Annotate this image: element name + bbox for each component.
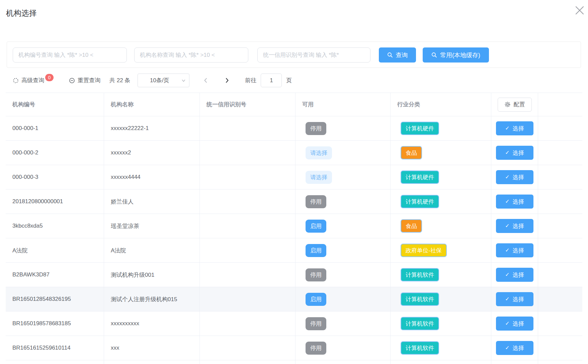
org-code-value: 000-000-2 [12, 149, 38, 156]
status-button[interactable]: 请选择 [306, 171, 332, 184]
select-button[interactable]: ✓ 选择 [496, 195, 533, 209]
action-cell: ✓ 选择 [491, 165, 538, 190]
select-button-label: 选择 [513, 344, 524, 352]
common-cache-button-label: 常用(本地缓存) [440, 51, 480, 59]
spacer-cell [538, 141, 582, 165]
industry-badge[interactable]: 计算机软件 [401, 317, 439, 330]
chevron-down-icon [181, 78, 186, 83]
org-code-value: 3kbcc8xda5 [12, 223, 43, 229]
org-code-cell: BR1651615259610114 [6, 336, 104, 360]
industry-badge[interactable]: 食品 [401, 219, 422, 233]
page-size-value: 10条/页 [150, 77, 169, 84]
action-cell: ✓ 选择 [491, 263, 538, 287]
check-icon: ✓ [505, 199, 509, 204]
industry-badge[interactable]: 政府单位-社保 [401, 244, 447, 257]
action-cell: ✓ 选择 [491, 214, 538, 238]
industry-badge[interactable]: 计算机软件 [401, 341, 439, 355]
status-button[interactable]: 停用 [306, 317, 326, 330]
org-name-cell: xxxxxx22222-1 [104, 116, 200, 141]
config-button[interactable]: 配置 [498, 98, 532, 112]
credit-id-cell [200, 141, 296, 165]
org-name-input[interactable] [134, 47, 248, 63]
status-button[interactable]: 停用 [306, 342, 326, 355]
status-button[interactable]: 停用 [306, 122, 326, 135]
org-name-value: 测试个人注册升级机构015 [111, 295, 177, 303]
industry-badge[interactable]: 食品 [401, 146, 422, 159]
select-button[interactable]: ✓ 选择 [496, 170, 533, 184]
table-body: 000-000-1 xxxxxx22222-1 停用 计算机硬件 ✓ 选择 00… [6, 116, 582, 360]
reset-query-link[interactable]: 重置查询 [69, 77, 100, 84]
spacer-cell [538, 214, 582, 238]
check-icon: ✓ [505, 321, 509, 326]
select-button[interactable]: ✓ 选择 [496, 341, 533, 355]
select-button[interactable]: ✓ 选择 [496, 243, 533, 257]
search-icon [387, 52, 393, 58]
status-button[interactable]: 启用 [306, 220, 326, 233]
industry-badge[interactable]: 计算机硬件 [401, 170, 439, 184]
status-cell: 停用 [296, 263, 391, 287]
check-icon: ✓ [505, 174, 509, 180]
select-button[interactable]: ✓ 选择 [496, 268, 533, 282]
org-code-value: A法院 [12, 247, 27, 254]
table-row: A法院 A法院 启用 政府单位-社保 ✓ 选择 [6, 238, 582, 263]
select-button-label: 选择 [513, 295, 524, 303]
select-button[interactable]: ✓ 选择 [496, 121, 533, 135]
industry-cell: 计算机软件 [391, 336, 491, 360]
org-name-value: A法院 [111, 247, 126, 254]
table-row: BR1650128548326195 测试个人注册升级机构015 启用 计算机软… [6, 287, 582, 312]
status-cell: 停用 [296, 336, 391, 360]
org-code-input[interactable] [13, 47, 127, 63]
org-name-cell: A法院 [104, 238, 200, 263]
table-row: BR1650198578683185 xxxxxxxxxx 停用 计算机软件 ✓… [6, 312, 582, 336]
status-button[interactable]: 停用 [306, 195, 326, 208]
goto-suffix: 页 [286, 77, 292, 84]
status-cell: 请选择 [296, 165, 391, 190]
advanced-query-link[interactable]: 高级查询 [13, 77, 44, 84]
status-button[interactable]: 请选择 [306, 146, 332, 159]
status-button[interactable]: 停用 [306, 268, 326, 281]
org-table: 机构编号 机构名称 统一信用识别号 可用 行业分类 配置 000-000-1 x… [6, 93, 582, 364]
spacer-cell [538, 116, 582, 141]
page-title: 机构选择 [6, 8, 37, 18]
header-available: 可用 [296, 93, 391, 116]
spacer-cell [538, 165, 582, 190]
status-button[interactable]: 启用 [306, 293, 326, 306]
page-size-select[interactable]: 10条/页 [138, 74, 189, 87]
check-icon: ✓ [505, 248, 509, 253]
industry-badge[interactable]: 计算机硬件 [401, 195, 439, 208]
org-name-cell: xxxxxx4444 [104, 165, 200, 190]
industry-badge[interactable]: 计算机软件 [401, 268, 439, 281]
common-cache-button[interactable]: 常用(本地缓存) [423, 47, 489, 63]
close-icon[interactable] [573, 3, 587, 17]
org-code-value: B2BAWK3D87 [12, 271, 50, 278]
table-toolbar: 高级查询 0 重置查询 共 22 条 10条/页 前往 页 [13, 73, 292, 88]
select-button[interactable]: ✓ 选择 [496, 317, 533, 331]
action-cell: ✓ 选择 [491, 312, 538, 336]
next-page-button[interactable] [222, 76, 232, 85]
select-button[interactable]: ✓ 选择 [496, 219, 533, 233]
credit-id-cell [200, 116, 296, 141]
select-button-label: 选择 [513, 198, 524, 206]
org-code-cell: B2BAWK3D87 [6, 263, 104, 287]
org-name-value: xxxxxx22222-1 [111, 125, 149, 132]
credit-id-cell [200, 214, 296, 238]
credit-id-input[interactable] [257, 47, 370, 63]
query-button[interactable]: 查询 [379, 47, 416, 63]
chevron-left-icon [203, 78, 208, 83]
org-name-cell: 瑶圣堂凉茶 [104, 214, 200, 238]
org-name-value: xxxxxx2 [111, 149, 131, 156]
advanced-query-label: 高级查询 [21, 77, 44, 84]
select-button[interactable]: ✓ 选择 [496, 292, 533, 306]
industry-cell: 计算机软件 [391, 312, 491, 336]
advanced-query-badge: 0 [45, 74, 54, 81]
org-code-value: 000-000-3 [12, 174, 38, 180]
prev-page-button[interactable] [201, 76, 210, 85]
industry-badge[interactable]: 计算机软件 [401, 292, 439, 306]
industry-badge[interactable]: 计算机硬件 [401, 122, 439, 135]
select-button[interactable]: ✓ 选择 [496, 146, 533, 160]
org-code-value: BR1650128548326195 [12, 296, 71, 302]
minus-circle-icon [69, 78, 75, 84]
goto-page-input[interactable] [261, 74, 282, 87]
industry-cell: 计算机软件 [391, 263, 491, 287]
status-button[interactable]: 启用 [306, 244, 326, 257]
